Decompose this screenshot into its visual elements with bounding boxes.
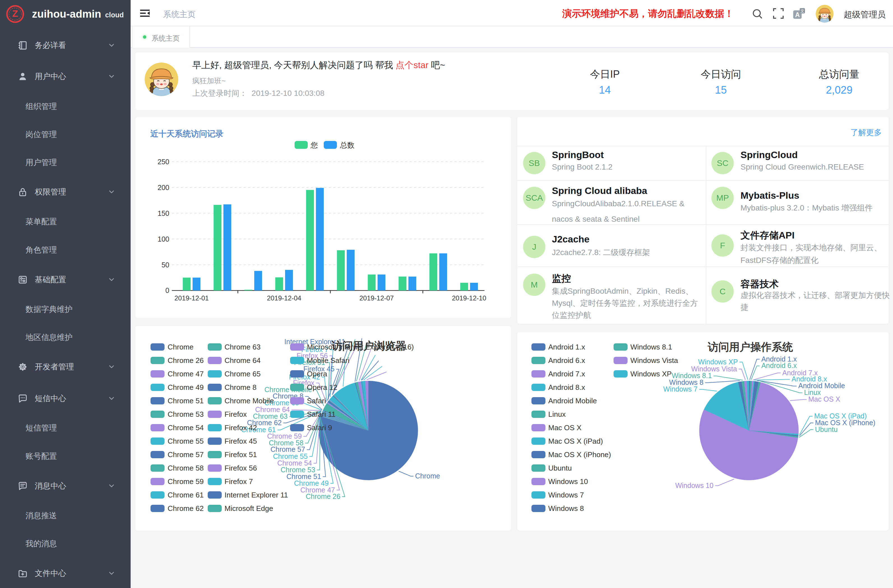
svg-text:Internet Explorer 11: Internet Explorer 11 [224,491,288,499]
svg-text:Safari 11: Safari 11 [307,410,335,418]
svg-text:Firefox 7: Firefox 7 [224,477,253,486]
svg-text:Firefox 45: Firefox 45 [224,437,257,445]
svg-text:Android 8.x: Android 8.x [548,383,585,391]
svg-text:Windows 10: Windows 10 [675,481,713,489]
svg-text:2019-12-01: 2019-12-01 [174,294,209,302]
svg-text:2019-12-04: 2019-12-04 [267,294,301,302]
svg-text:Z: Z [12,8,18,19]
svg-text:访问用户操作系统: 访问用户操作系统 [707,341,793,353]
svg-text:Chrome 64: Chrome 64 [224,356,261,365]
svg-text:A: A [795,11,800,18]
svg-text:2019-12-07: 2019-12-07 [359,294,394,302]
svg-text:Mobile Safari: Mobile Safari [307,356,350,365]
svg-text:Firefox: Firefox [224,410,247,418]
svg-text:Chrome 62: Chrome 62 [168,504,204,513]
svg-text:Chrome 65: Chrome 65 [224,370,261,378]
svg-text:Chrome 53: Chrome 53 [168,410,204,418]
svg-text:Firefox 56: Firefox 56 [224,464,257,472]
svg-text:Windows 7: Windows 7 [663,385,698,393]
svg-text:Windows Vista: Windows Vista [630,356,678,365]
svg-text:Chrome 47: Chrome 47 [168,370,204,378]
svg-text:Chrome 55: Chrome 55 [168,437,204,445]
svg-text:Chrome 26: Chrome 26 [306,492,341,500]
svg-text:Windows 8.1: Windows 8.1 [630,343,672,351]
svg-text:Android 6.x: Android 6.x [761,362,797,369]
svg-text:文: 文 [800,9,804,13]
svg-text:Chrome 57: Chrome 57 [168,450,204,459]
svg-text:Chrome 59: Chrome 59 [168,477,204,486]
svg-text:250: 250 [158,158,169,165]
svg-text:Mac OS X (iPhone): Mac OS X (iPhone) [548,450,611,459]
svg-text:近十天系统访问记录: 近十天系统访问记录 [150,129,223,138]
svg-text:Mac OS X: Mac OS X [808,395,840,403]
svg-text:Mac OS X (iPad): Mac OS X (iPad) [548,437,603,445]
svg-text:Windows 10: Windows 10 [548,477,588,486]
svg-text:Ubuntu: Ubuntu [548,464,572,472]
svg-text:Android Mobile: Android Mobile [548,397,597,405]
svg-text:0: 0 [165,286,169,294]
svg-text:Opera: Opera [307,370,328,378]
svg-text:150: 150 [158,209,169,217]
svg-text:Windows 7: Windows 7 [548,491,584,499]
svg-text:Chrome 54: Chrome 54 [168,424,204,432]
svg-text:Chrome: Chrome [168,343,193,351]
svg-text:50: 50 [161,261,169,269]
svg-text:Windows 8: Windows 8 [548,504,584,513]
svg-text:200: 200 [158,183,169,191]
svg-text:Safari 9: Safari 9 [307,424,332,432]
svg-text:Firefox 51: Firefox 51 [224,450,257,459]
svg-text:Chrome 26: Chrome 26 [168,356,204,365]
svg-text:Chrome Mobile: Chrome Mobile [224,397,274,405]
svg-text:Ubuntu: Ubuntu [815,426,838,433]
svg-text:Microsoft Edge: Microsoft Edge [224,504,273,513]
svg-text:您: 您 [310,141,318,149]
svg-text:Chrome 63: Chrome 63 [224,343,261,351]
svg-text:2019-12-10: 2019-12-10 [452,294,486,302]
svg-text:100: 100 [158,235,169,243]
svg-text:总数: 总数 [340,141,355,149]
svg-text:Windows XP: Windows XP [630,370,672,378]
svg-text:Android 1.x: Android 1.x [548,343,585,351]
svg-text:Chrome: Chrome [415,472,440,480]
svg-text:Safari: Safari [307,397,326,405]
svg-text:Chrome 49: Chrome 49 [168,383,204,391]
svg-text:Chrome 8: Chrome 8 [224,383,257,391]
svg-text:Android 7.x: Android 7.x [548,370,585,378]
svg-text:Mac OS X: Mac OS X [548,424,581,432]
svg-text:Chrome 58: Chrome 58 [168,464,204,472]
svg-text:Chrome 61: Chrome 61 [168,491,204,499]
svg-text:Chrome 51: Chrome 51 [168,397,204,405]
svg-text:Windows XP: Windows XP [698,358,738,366]
svg-text:Linux: Linux [548,410,565,418]
svg-text:Firefox 42: Firefox 42 [224,424,257,432]
svg-text:访问用户浏览器: 访问用户浏览器 [331,340,406,352]
svg-text:Opera 12: Opera 12 [307,383,337,391]
svg-text:Android 6.x: Android 6.x [548,356,585,365]
